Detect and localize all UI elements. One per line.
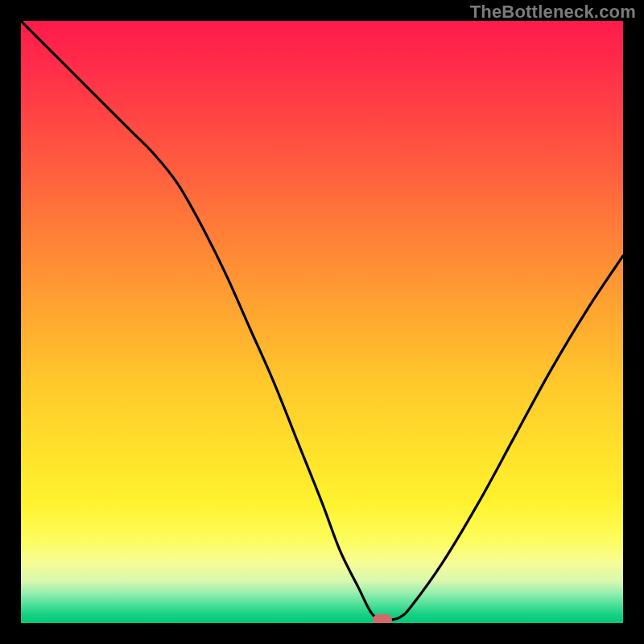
plot-area [21,21,623,623]
watermark-text: TheBottleneck.com [470,2,636,23]
bottleneck-curve [21,21,623,623]
chart-frame: TheBottleneck.com [0,0,644,644]
optimal-marker [373,614,392,623]
